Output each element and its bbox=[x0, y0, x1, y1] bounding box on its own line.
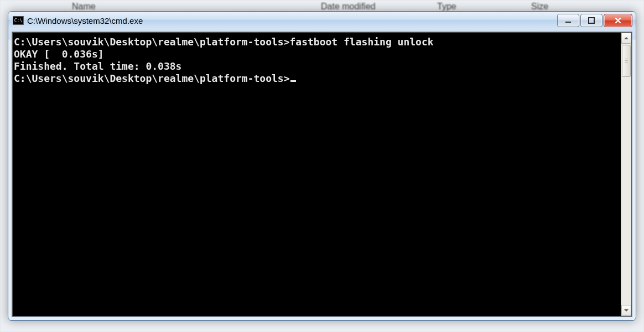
svg-rect-0 bbox=[565, 22, 571, 23]
minimize-button[interactable] bbox=[557, 14, 579, 27]
client-area: C:\Users\souvik\Desktop\realme\platform-… bbox=[12, 32, 632, 317]
close-icon bbox=[614, 17, 622, 24]
close-button[interactable] bbox=[604, 14, 632, 27]
chevron-down-icon bbox=[624, 308, 629, 313]
minimize-icon bbox=[565, 17, 572, 24]
bg-col-size: Size bbox=[531, 2, 548, 12]
cmd-window: C:\ C:\Windows\system32\cmd.exe C:\Users… bbox=[8, 11, 636, 321]
svg-rect-1 bbox=[589, 18, 594, 23]
maximize-icon bbox=[588, 17, 595, 24]
scrollbar-vertical[interactable] bbox=[621, 33, 631, 316]
titlebar[interactable]: C:\ C:\Windows\system32\cmd.exe bbox=[8, 12, 636, 29]
bg-col-date: Date modified bbox=[321, 2, 376, 12]
cursor bbox=[290, 80, 296, 82]
terminal-output[interactable]: C:\Users\souvik\Desktop\realme\platform-… bbox=[13, 33, 621, 316]
scroll-track[interactable] bbox=[621, 44, 631, 305]
window-controls bbox=[557, 14, 632, 27]
output-finished: Finished. Total time: 0.038s bbox=[14, 60, 619, 72]
console-wrap: C:\Users\souvik\Desktop\realme\platform-… bbox=[12, 32, 632, 317]
output-okay: OKAY [ 0.036s] bbox=[14, 48, 619, 60]
scroll-up-button[interactable] bbox=[621, 33, 631, 44]
chevron-up-icon bbox=[624, 35, 629, 41]
scroll-thumb[interactable] bbox=[622, 45, 631, 77]
cmd-icon: C:\ bbox=[13, 16, 24, 25]
entered-command: fastboot flashing unlock bbox=[290, 36, 434, 48]
prompt-line-1: C:\Users\souvik\Desktop\realme\platform-… bbox=[14, 36, 290, 48]
maximize-button[interactable] bbox=[580, 14, 603, 27]
bg-col-type: Type bbox=[437, 2, 456, 12]
current-prompt: C:\Users\souvik\Desktop\realme\platform-… bbox=[14, 72, 290, 84]
window-title: C:\Windows\system32\cmd.exe bbox=[27, 16, 143, 25]
scroll-down-button[interactable] bbox=[621, 305, 631, 316]
bg-col-name: Name bbox=[72, 2, 96, 12]
